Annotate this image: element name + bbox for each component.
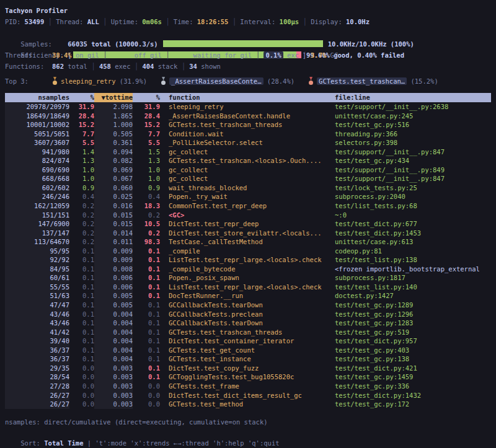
cell-file-line: subprocess.py:2040 [335,192,405,201]
top3-entry: _AssertRaisesBaseConte… (28.4%) [161,77,294,85]
status-label: Interval: [240,18,279,25]
table-row[interactable]: 29/350.00.0030.1DictTest.test_copy_fuzzt… [5,364,491,373]
status-value: 0m06s [142,18,162,25]
table-row[interactable]: 162/120590.20.01618.3CommonTest.test_rep… [5,201,491,211]
table-row[interactable]: 26/270.00.0030.0GCTests.test_methodtest/… [5,400,491,409]
thread-stat-label: waiting for gil [189,51,252,59]
cell-function: _PollLikeSelector.select [169,138,263,147]
threads-label: Threads: [5,50,52,61]
table-row[interactable]: 10001/1000215.21.00015.2GCTests.test_tra… [5,120,491,130]
cell-tottime: 0.067 [94,174,133,183]
cell-function: ListTest.test_repr_large.<locals>.check [169,255,322,265]
cell-file-line: test/test_gc.py:516 [335,120,409,130]
cell-function: gc_collect [169,174,208,183]
separator: │ [87,63,99,70]
cell-nsamples: 668/668 [5,174,69,183]
table-row[interactable]: 3607/36075.50.3615.5_PollLikeSelector.se… [5,138,491,147]
cell-nsamples: 824/874 [5,156,69,165]
cell-function: wait_threads_blocked [169,183,247,193]
cell-nsamples: 137/147 [5,229,69,238]
cell-direct-pct: 0.0 [69,382,94,391]
table-row[interactable]: 60/610.10.0060.1Popen._posix_spawnsubpro… [5,273,491,283]
separator: │ [162,18,174,25]
table-row[interactable]: 43/460.10.0040.1GCCallbackTests.tearDown… [5,318,491,328]
cell-cumulative-pct: 1.3 [133,156,160,165]
cell-function: ListTest.test_repr_large.<locals>.check [169,283,322,292]
top-function-name: GCTests.test_trashcan… [317,77,407,85]
table-row[interactable]: 113/646700.20.01198.3TestCase._callTestM… [5,237,491,247]
status-label: Thread: [56,18,87,25]
table-row[interactable]: 47/470.10.0050.1GCCallbackTests.tearDown… [5,301,491,310]
profiler-screen: Tachyon Profiler PID: 53499 │ Thread: AL… [0,0,496,443]
table-row[interactable]: 137/1470.20.0140.2DictTest.test_store_ev… [5,229,491,238]
table-row[interactable]: 20978/2097931.92.09831.9sleeping_retryte… [5,102,491,112]
column-header-function[interactable]: function [169,93,200,102]
table-row[interactable]: 51/630.10.0050.1DocTestRunner.__rundocte… [5,291,491,301]
table-row[interactable]: 36/370.10.0040.1GCTests.test_get_countte… [5,346,491,355]
cell-cumulative-pct: 0.1 [133,255,160,265]
cell-tottime: 0.004 [94,318,133,328]
table-row[interactable]: 824/8741.30.0821.3GCTests.test_trashcan.… [5,156,491,165]
table-row[interactable]: 36/370.10.0040.1GCTests.test_instancetes… [5,354,491,364]
table-row[interactable]: 26/270.00.0030.0DictTest.test_dict_items… [5,391,491,400]
gold-medal-icon [52,77,58,85]
cell-direct-pct: 0.9 [69,183,94,193]
functions-line: Functions:862 total │ 458 exec │ 404 sta… [5,61,491,72]
table-row[interactable]: 84/950.10.0080.1_compile_bytecode<frozen… [5,265,491,274]
table-row[interactable]: 151/1510.20.0150.2<GC>~:0 [5,211,491,220]
column-header-tottime[interactable]: ▼tottime [94,93,133,102]
cell-direct-pct: 31.9 [69,102,94,112]
table-row[interactable]: 941/9801.40.0941.5gc_collecttest/support… [5,147,491,157]
cell-cumulative-pct: 18.3 [133,201,160,211]
cell-file-line: <frozen importlib._bootstrap_external [335,265,480,274]
table-row[interactable]: 690/6901.00.0691.0gc_collecttest/support… [5,165,491,175]
cell-direct-pct: 0.1 [69,283,94,292]
top3-entry: sleeping_retry (31.9%) [52,77,147,85]
table-row[interactable]: 92/920.10.0090.1ListTest.test_repr_large… [5,255,491,265]
cell-nsamples: 41/42 [5,328,69,337]
status-line: PID: 53499 │ Thread: ALL │ Uptime: 0m06s… [5,16,491,27]
table-row[interactable]: 28/540.00.0030.1GCTogglingTests.test_bug… [5,372,491,382]
functions-stat-label: total [64,63,87,70]
table-row[interactable]: 668/6681.00.0671.0gc_collecttest/support… [5,174,491,183]
samples-label: Samples: [20,38,68,50]
cell-cumulative-pct: 0.1 [133,310,160,319]
cell-tottime: 0.014 [94,229,133,238]
table-row[interactable]: 39/400.10.0040.1DictTest.test_container_… [5,336,491,346]
cell-tottime: 0.006 [94,283,133,292]
table-row[interactable]: 147/69000.20.01510.5DictTest.test_repr_d… [5,219,491,229]
top3-label: Top 3: [5,76,52,87]
status-label: Display: [311,18,346,25]
cell-tottime: 0.069 [94,165,133,175]
footer-keybar: Sort: Total Time | 't':mode 'x':trends ←… [5,428,491,438]
table-row[interactable]: 95/950.10.0090.1_compilecodeop.py:81 [5,247,491,256]
table-row[interactable]: 246/2460.40.0250.4Popen._try_waitsubproc… [5,192,491,201]
cell-file-line: test/test_gc.py:138 [335,354,409,364]
cell-tottime: 0.016 [94,201,133,211]
cell-file-line: test/test_dict.py:421 [335,364,417,373]
samples-rate: 10.0KHz/10.0KHz (100%) [328,40,414,48]
cell-tottime: 1.865 [94,112,133,121]
column-header-direct-pct[interactable]: % [69,93,94,102]
cell-cumulative-pct: 0.9 [133,183,160,193]
column-header-nsamples[interactable]: nsamples [5,93,69,102]
cell-direct-pct: 0.2 [69,229,94,238]
cell-tottime: 0.082 [94,156,133,165]
status-value: 10.0Hz [346,18,370,25]
cell-file-line: test/test_dict.py:957 [335,336,417,346]
table-row[interactable]: 5051/50517.70.5057.7Condition.waitthread… [5,130,491,139]
table-row[interactable]: 55/550.10.0060.1ListTest.test_repr_large… [5,283,491,292]
table-row[interactable]: 27/280.00.0030.0GCTests.test_frametest/t… [5,382,491,391]
cell-tottime: 0.003 [94,372,133,382]
cell-file-line: test/lock_tests.py:25 [335,183,417,193]
table-row[interactable]: 41/420.10.0040.1GCTests.test_trashcan_th… [5,328,491,337]
column-header-file-line[interactable]: file:line [335,93,370,102]
column-header-cumulative-pct[interactable]: % [133,93,160,102]
thread-stat-value: 38.4% [52,51,72,59]
table-row[interactable]: 18649/1864928.41.86528.4_AssertRaisesBas… [5,112,491,121]
cell-file-line: codeop.py:81 [335,247,382,256]
cell-nsamples: 55/55 [5,283,69,292]
separator: │ [299,51,311,59]
table-row[interactable]: 43/460.10.0040.1GCCallbackTests.preclean… [5,310,491,319]
table-row[interactable]: 602/6020.90.0600.9wait_threads_blockedte… [5,183,491,193]
